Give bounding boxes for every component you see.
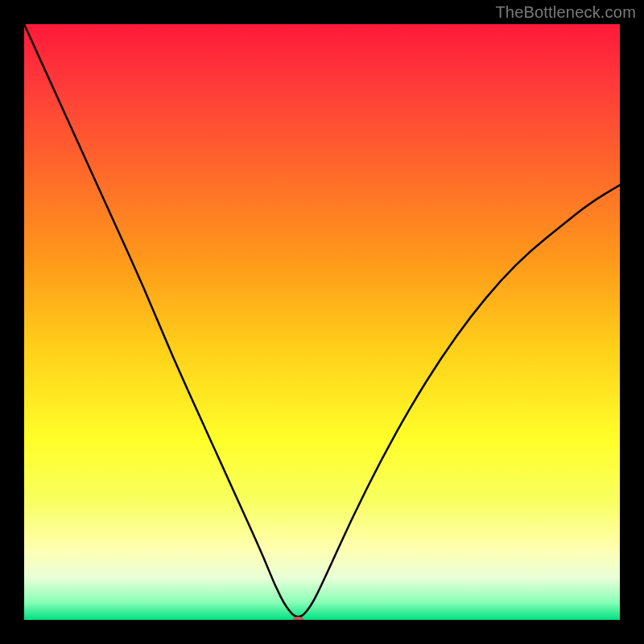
- bottleneck-chart: [24, 24, 620, 620]
- gradient-background: [24, 24, 620, 620]
- chart-container: TheBottleneck.com: [0, 0, 644, 644]
- plot-area: [24, 24, 620, 620]
- watermark-text: TheBottleneck.com: [495, 3, 636, 22]
